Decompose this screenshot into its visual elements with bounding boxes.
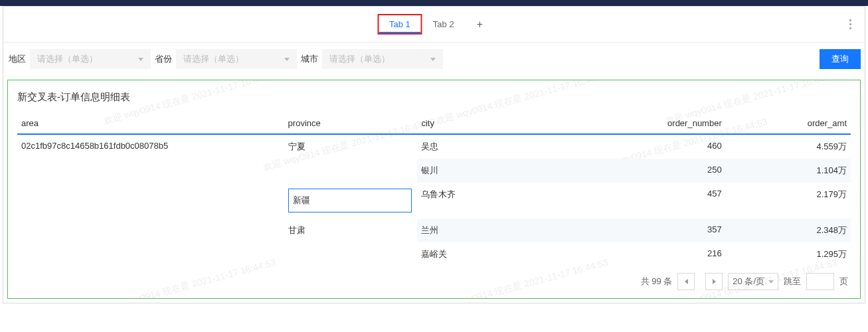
cell-city: 银川 xyxy=(417,159,600,183)
pagination: 共 99 条 20 条/页 跳至 页 xyxy=(17,266,851,291)
cell-area xyxy=(17,183,284,218)
cell-order-number: 457 xyxy=(600,183,725,218)
cell-city: 兰州 xyxy=(417,218,600,242)
filter-bar: 地区 请选择（单选） 省份 请选择（单选） 城市 请选择（单选） 查询 xyxy=(3,42,865,76)
pagination-next[interactable] xyxy=(705,273,723,290)
filter-city: 城市 请选择（单选） xyxy=(300,49,443,69)
cell-area xyxy=(17,218,284,242)
page-container: Tab 1 Tab 2 + 地区 请选择（单选） 省份 请选择（单选） 城市 xyxy=(3,6,865,303)
cell-province: 甘肃 xyxy=(284,218,418,242)
cell-order-number: 357 xyxy=(600,218,725,242)
cell-area: 02c1fb97c8c14658b161fdb0c08078b5 xyxy=(17,134,284,159)
jump-label: 跳至 xyxy=(784,276,801,288)
col-order-number: order_number xyxy=(600,113,725,134)
chevron-down-icon xyxy=(138,58,143,61)
chevron-down-icon xyxy=(430,58,436,61)
chevron-down-icon xyxy=(768,280,774,284)
area-placeholder: 请选择（单选） xyxy=(37,53,98,65)
tabs-list: Tab 1 Tab 2 + xyxy=(377,13,491,36)
table-row: 甘肃兰州3572.348万 xyxy=(17,218,851,242)
page-size-label: 20 条/页 xyxy=(733,276,764,288)
pagination-total: 共 99 条 xyxy=(641,276,673,288)
cell-order-amt: 2.348万 xyxy=(726,218,851,242)
province-select[interactable]: 请选择（单选） xyxy=(176,49,297,69)
table-body: 02c1fb97c8c14658b161fdb0c08078b5宁夏吴忠4604… xyxy=(17,134,851,266)
cell-order-number: 250 xyxy=(600,159,725,183)
app-topbar xyxy=(0,0,868,6)
report-panel: 欢迎 wqy0914 现在是 2021-11-17 16:44:53 欢迎 wq… xyxy=(7,80,861,299)
tab-1[interactable]: Tab 1 xyxy=(379,17,421,33)
filter-province-label: 省份 xyxy=(153,53,173,65)
jump-page-input[interactable] xyxy=(806,273,834,290)
tab-2[interactable]: Tab 2 xyxy=(422,14,465,35)
tab-highlight-box: Tab 1 xyxy=(377,14,422,35)
chevron-right-icon xyxy=(713,279,716,284)
chevron-left-icon xyxy=(685,279,688,284)
cell-city: 吴忠 xyxy=(417,134,600,159)
cross-table: area province city order_number order_am… xyxy=(17,113,851,266)
cell-order-amt: 1.104万 xyxy=(726,159,851,183)
cell-province xyxy=(284,159,418,183)
city-select[interactable]: 请选择（单选） xyxy=(322,49,443,69)
cell-province[interactable]: 新疆 xyxy=(284,183,418,218)
cell-city: 乌鲁木齐 xyxy=(417,183,600,218)
cell-order-amt: 1.295万 xyxy=(726,242,851,266)
filter-province: 省份 请选择（单选） xyxy=(153,49,297,69)
report-title: 新交叉表-订单信息明细表 xyxy=(17,91,851,104)
cell-area xyxy=(17,242,284,266)
table-header-row: area province city order_number order_am… xyxy=(17,113,851,134)
province-placeholder: 请选择（单选） xyxy=(183,53,244,65)
cell-province: 宁夏 xyxy=(284,134,418,159)
cell-city: 嘉峪关 xyxy=(417,242,600,266)
col-area: area xyxy=(17,113,284,134)
chevron-down-icon xyxy=(284,58,290,61)
area-select[interactable]: 请选择（单选） xyxy=(30,49,151,69)
table-row: 嘉峪关2161.295万 xyxy=(17,242,851,266)
cell-order-number: 216 xyxy=(600,242,725,266)
table-row: 02c1fb97c8c14658b161fdb0c08078b5宁夏吴忠4604… xyxy=(17,134,851,159)
filter-city-label: 城市 xyxy=(300,53,319,65)
jump-suffix: 页 xyxy=(839,276,848,288)
cell-area xyxy=(17,159,284,183)
col-order-amt: order_amt xyxy=(726,113,851,134)
col-province: province xyxy=(284,113,418,134)
cell-province xyxy=(284,242,418,266)
col-city: city xyxy=(417,113,600,134)
filter-area: 地区 请选择（单选） xyxy=(7,49,151,69)
filter-area-label: 地区 xyxy=(7,53,27,65)
cell-order-amt: 2.179万 xyxy=(726,183,851,218)
pagination-prev[interactable] xyxy=(677,273,695,290)
cell-order-number: 460 xyxy=(600,134,725,159)
query-button[interactable]: 查询 xyxy=(820,49,861,69)
table-row: 银川2501.104万 xyxy=(17,159,851,183)
page-size-select[interactable]: 20 条/页 xyxy=(728,273,778,290)
table-row: 新疆乌鲁木齐4572.179万 xyxy=(17,183,851,218)
cell-order-amt: 4.559万 xyxy=(726,134,851,159)
more-vertical-icon[interactable] xyxy=(844,14,857,35)
city-placeholder: 请选择（单选） xyxy=(329,53,390,65)
add-tab-button[interactable]: + xyxy=(469,13,491,36)
tabs-bar: Tab 1 Tab 2 + xyxy=(3,7,865,42)
